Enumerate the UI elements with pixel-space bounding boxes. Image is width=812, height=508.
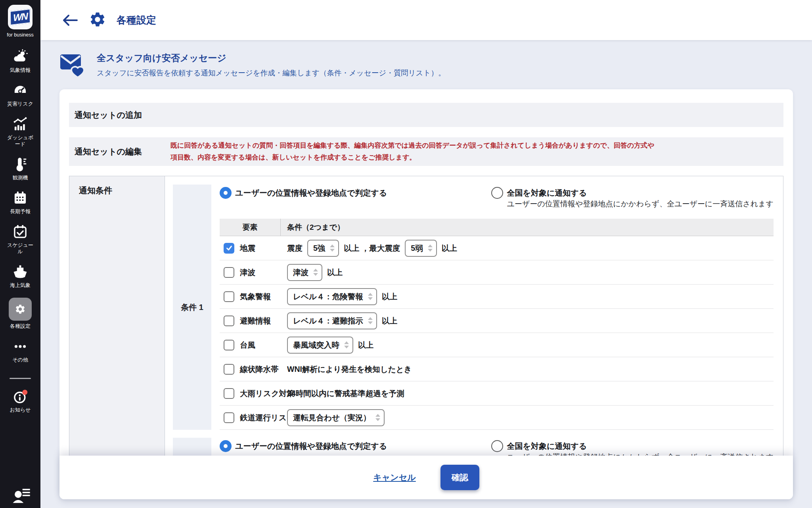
select-evacuation[interactable]: レベル４：避難指示 — [287, 312, 377, 329]
sidebar-item-label: その他 — [5, 357, 36, 363]
select-value: 津波 — [293, 267, 308, 278]
sidebar-item-label: 海上気象 — [5, 282, 36, 289]
condition-text: 以上 — [382, 291, 397, 302]
notification-conditions-section: 通知条件 条件 1ユーザーの位置情報や登録地点で判定する全国を対象に通知するユー… — [69, 176, 783, 499]
settings-gear-icon — [89, 11, 106, 30]
thermometer-icon — [12, 156, 28, 172]
sidebar-divider — [10, 378, 31, 379]
sidebar-item-label: 長期予報 — [5, 208, 36, 215]
sidebar-item-observation[interactable]: 観測機 — [0, 156, 40, 181]
spinner-arrows-icon — [330, 244, 335, 252]
checkbox-evacuation[interactable] — [224, 316, 234, 326]
spinner-arrows-icon — [313, 269, 318, 276]
table-row-linear-rainband: 線状降水帯WNI解析により発生を検知したとき — [220, 357, 774, 381]
radio-location-label: ユーザーの位置情報や登録地点で判定する — [235, 441, 387, 452]
select-rail-risk[interactable]: 運転見合わせ（実況） — [287, 409, 385, 426]
radio-option-nationwide[interactable]: 全国を対象に通知するユーザーの位置情報や登録地点にかかわらず、全ユーザーに一斉送… — [491, 188, 774, 209]
sidebar-item-schedule[interactable]: スケジュール — [0, 224, 40, 255]
checkbox-rail-risk[interactable] — [224, 412, 234, 423]
select-value: 5強 — [313, 243, 325, 254]
row-condition: 運転見合わせ（実況） — [281, 409, 385, 426]
condition-text: 以上 — [358, 340, 373, 350]
safety-message-icon — [59, 52, 90, 82]
select-value: レベル４：危険警報 — [293, 291, 363, 302]
column-header-element: 要素 — [220, 219, 281, 236]
dashboard-icon — [12, 116, 28, 132]
spinner-arrows-icon — [344, 341, 349, 348]
select-tsunami[interactable]: 津波 — [287, 264, 322, 281]
select-value: 5弱 — [411, 243, 423, 254]
radio-unselected-icon — [491, 440, 503, 452]
sidebar-item-news[interactable]: お知らせ — [0, 389, 40, 413]
sidebar-item-dashboard[interactable]: ダッシュボード — [0, 116, 40, 147]
calendar-icon — [12, 190, 28, 206]
radio-selected-icon — [220, 440, 232, 452]
row-condition: 暴風域突入時以上 — [281, 337, 373, 354]
radio-option-location[interactable]: ユーザーの位置情報や登録地点で判定する — [220, 441, 387, 452]
logo-subtitle: for business — [7, 32, 33, 38]
condition-text: 震度 — [287, 243, 303, 254]
sidebar-item-weather[interactable]: 気象情報 — [0, 49, 40, 73]
select-value: レベル４：避難指示 — [293, 316, 363, 326]
table-row-weather-warning: 気象警報レベル４：危険警報以上 — [220, 285, 774, 309]
table-row-typhoon: 台風暴風域突入時以上 — [220, 333, 774, 357]
condition-group-1: 条件 1ユーザーの位置情報や登録地点で判定する全国を対象に通知するユーザーの位置… — [173, 185, 774, 430]
sidebar-item-label: スケジュール — [5, 242, 36, 255]
row-label: 避難情報 — [240, 316, 271, 326]
sidebar-item-long-range[interactable]: 長期予報 — [0, 190, 40, 215]
condition-text: 以上 ，最大震度 — [344, 243, 400, 254]
select-typhoon[interactable]: 暴風域突入時 — [287, 337, 353, 354]
info-icon — [12, 389, 28, 404]
condition-text: WNI解析により発生を検知したとき — [287, 364, 412, 375]
active-item-highlight — [9, 298, 32, 321]
cancel-button[interactable]: キャンセル — [373, 472, 416, 483]
checkbox-linear-rainband[interactable] — [224, 364, 234, 375]
checkbox-heavy-rain-risk[interactable] — [224, 388, 234, 399]
condition-text: 以上 — [327, 267, 343, 278]
conditions-content: 条件 1ユーザーの位置情報や登録地点で判定する全国を対象に通知するユーザーの位置… — [165, 176, 783, 499]
edit-set-row[interactable]: 通知セットの編集 既に回答がある通知セットの質問・回答項目を編集する際、編集内容… — [69, 137, 783, 166]
radio-option-location[interactable]: ユーザーの位置情報や登録地点で判定する — [220, 188, 387, 199]
row-condition: WNI解析により発生を検知したとき — [281, 364, 412, 375]
ship-icon — [12, 264, 28, 280]
hero-header: 全スタッフ向け安否メッセージ スタッフに安否報告を依頼する通知メッセージを作成・… — [40, 40, 812, 82]
page-title: 各種設定 — [117, 13, 156, 27]
sidebar-item-settings[interactable]: 各種設定 — [0, 298, 40, 329]
gauge-icon — [12, 83, 28, 98]
select-earthquake[interactable]: 5強 — [307, 240, 339, 257]
row-condition: レベル４：危険警報以上 — [281, 288, 397, 305]
add-set-row[interactable]: 通知セットの追加 — [69, 103, 783, 127]
spinner-arrows-icon — [375, 414, 380, 421]
sidebar-nav: 気象情報災害リスクダッシュボード観測機長期予報スケジュール海上気象各種設定その他… — [0, 49, 40, 422]
select-weather-warning[interactable]: レベル４：危険警報 — [287, 288, 377, 305]
condition-text: 以上 — [382, 316, 397, 326]
sidebar-item-label: 気象情報 — [5, 67, 36, 73]
sidebar-item-marine[interactable]: 海上気象 — [0, 264, 40, 289]
gear-icon — [12, 301, 28, 317]
select-value: 暴風域突入時 — [293, 340, 339, 350]
row-condition: 震度5強以上 ，最大震度5弱以上 — [281, 240, 457, 257]
sidebar-item-disaster-risk[interactable]: 災害リスク — [0, 83, 40, 107]
select-earthquake[interactable]: 5弱 — [405, 240, 437, 257]
back-arrow-icon[interactable] — [62, 14, 79, 27]
content-area: 全スタッフ向け安否メッセージ スタッフに安否報告を依頼する通知メッセージを作成・… — [40, 40, 812, 508]
row-label: 線状降水帯 — [240, 364, 279, 375]
confirm-button[interactable]: 確認 — [440, 465, 479, 490]
target-radio-row: ユーザーの位置情報や登録地点で判定する全国を対象に通知するユーザーの位置情報や登… — [220, 185, 774, 209]
checkbox-earthquake[interactable] — [224, 243, 234, 254]
account-menu[interactable] — [12, 486, 28, 502]
select-value: 運転見合わせ（実況） — [293, 412, 371, 423]
dots-icon — [12, 339, 28, 354]
group-content: ユーザーの位置情報や登録地点で判定する全国を対象に通知するユーザーの位置情報や登… — [220, 185, 774, 430]
table-row-heavy-rain-risk: 大雨リスク対策24時間以内に警戒基準超過を予測 — [220, 381, 774, 406]
checkbox-tsunami[interactable] — [224, 267, 234, 278]
checkbox-typhoon[interactable] — [224, 340, 234, 350]
radio-location-label: ユーザーの位置情報や登録地点で判定する — [235, 188, 387, 198]
app-logo[interactable]: WN — [8, 5, 33, 29]
checkbox-weather-warning[interactable] — [224, 291, 234, 302]
sidebar-item-more[interactable]: その他 — [0, 339, 40, 363]
spinner-arrows-icon — [368, 317, 373, 324]
person-icon — [12, 486, 28, 502]
settings-card: 通知セットの追加 通知セットの編集 既に回答がある通知セットの質問・回答項目を編… — [59, 89, 793, 499]
sidebar-item-label: ダッシュボード — [5, 135, 36, 147]
